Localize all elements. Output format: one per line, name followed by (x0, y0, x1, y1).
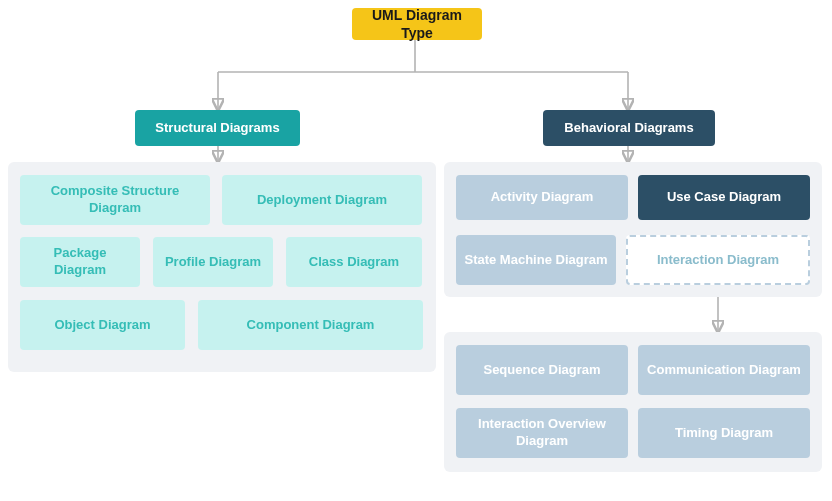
leaf-component: Component Diagram (198, 300, 423, 350)
leaf-timing: Timing Diagram (638, 408, 810, 458)
behavioral-header: Behavioral Diagrams (543, 110, 715, 146)
leaf-composite-structure: Composite Structure Diagram (20, 175, 210, 225)
leaf-class: Class Diagram (286, 237, 422, 287)
structural-header: Structural Diagrams (135, 110, 300, 146)
leaf-interaction-overview: Interaction Overview Diagram (456, 408, 628, 458)
leaf-object: Object Diagram (20, 300, 185, 350)
leaf-communication: Communication Diagram (638, 345, 810, 395)
leaf-state-machine: State Machine Diagram (456, 235, 616, 285)
leaf-interaction: Interaction Diagram (626, 235, 810, 285)
leaf-deployment: Deployment Diagram (222, 175, 422, 225)
leaf-use-case: Use Case Diagram (638, 175, 810, 220)
leaf-package: Package Diagram (20, 237, 140, 287)
root-node: UML Diagram Type (352, 8, 482, 40)
leaf-activity: Activity Diagram (456, 175, 628, 220)
leaf-sequence: Sequence Diagram (456, 345, 628, 395)
leaf-profile: Profile Diagram (153, 237, 273, 287)
